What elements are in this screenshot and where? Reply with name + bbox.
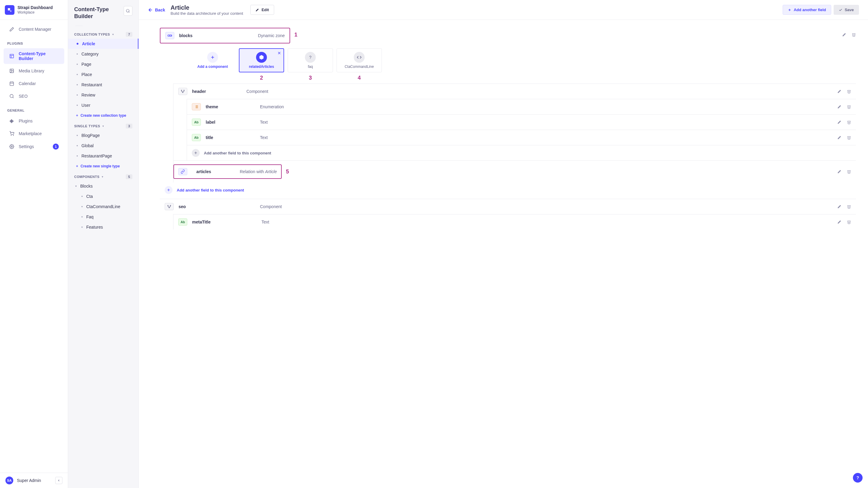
- svg-point-6: [11, 70, 12, 71]
- edit-field-icon[interactable]: [837, 205, 841, 209]
- field-seo[interactable]: seo Component: [160, 199, 856, 214]
- component-card-cta-command-line[interactable]: CtaCommandLine: [337, 48, 382, 72]
- delete-field-icon[interactable]: [847, 89, 851, 93]
- nav-calendar[interactable]: Calendar: [4, 78, 64, 89]
- nav-content-type-builder[interactable]: Content-Type Builder: [4, 48, 64, 64]
- svg-rect-7: [10, 82, 13, 86]
- annotation-4: 4: [337, 75, 382, 81]
- delete-field-icon[interactable]: [847, 120, 851, 124]
- ctb-component-features[interactable]: Features: [68, 222, 138, 232]
- ctb-item-restaurantpage[interactable]: RestaurantPage: [68, 151, 138, 161]
- save-button[interactable]: Save: [834, 5, 859, 15]
- svg-rect-1: [10, 10, 12, 12]
- delete-field-icon[interactable]: [847, 170, 851, 174]
- question-icon: ?: [305, 52, 316, 63]
- nav-content-manager[interactable]: Content Manager: [4, 24, 64, 35]
- annotation-2: 2: [239, 75, 284, 81]
- svg-point-15: [11, 146, 12, 147]
- chevron-down-icon: ▼: [102, 125, 104, 128]
- chevron-down-icon: ▼: [101, 176, 104, 178]
- edit-field-icon[interactable]: [842, 33, 846, 37]
- edit-field-icon[interactable]: [837, 135, 841, 140]
- ctb-single-types-header[interactable]: SINGLE TYPES ▼ 3: [68, 122, 138, 130]
- strapi-logo: [5, 5, 14, 15]
- annotation-5: 5: [286, 169, 289, 175]
- field-title[interactable]: Ab title Text: [187, 130, 856, 145]
- header-nested: theme Enumeration Ab label Text: [187, 99, 856, 160]
- nav-section-plugins: PLUGINS: [0, 36, 68, 47]
- ctb-item-place[interactable]: Place: [68, 69, 138, 80]
- nav-seo[interactable]: SEO: [4, 90, 64, 102]
- ctb-component-cta[interactable]: Cta: [68, 191, 138, 202]
- help-button[interactable]: ?: [853, 473, 863, 483]
- text-icon: Ab: [178, 218, 187, 225]
- edit-field-icon[interactable]: [837, 105, 841, 109]
- brand-title: Strapi Dashboard: [18, 5, 53, 10]
- enum-icon: [192, 103, 201, 111]
- add-field-to-component[interactable]: + Add another field to this component: [160, 182, 856, 197]
- delete-field-icon[interactable]: [847, 220, 851, 224]
- ctb-item-restaurant[interactable]: Restaurant: [68, 80, 138, 90]
- create-single-button[interactable]: +Create new single type: [68, 161, 138, 173]
- field-theme[interactable]: theme Enumeration: [187, 99, 856, 114]
- field-header[interactable]: header Component: [174, 84, 856, 99]
- svg-line-12: [13, 97, 13, 98]
- edit-field-icon[interactable]: [837, 120, 841, 124]
- delete-field-icon[interactable]: [847, 105, 851, 109]
- ctb-component-ctacommandline[interactable]: CtaCommandLine: [68, 202, 138, 212]
- edit-field-icon[interactable]: [837, 170, 841, 174]
- nav-media-library[interactable]: Media Library: [4, 65, 64, 77]
- create-collection-button[interactable]: +Create new collection type: [68, 111, 138, 122]
- nav-plugins[interactable]: Plugins: [4, 115, 64, 127]
- ctb-item-article[interactable]: Article: [68, 39, 138, 49]
- settings-badge: 1: [53, 144, 59, 150]
- nav-marketplace[interactable]: Marketplace: [4, 128, 64, 139]
- component-card-faq[interactable]: ? faq: [288, 48, 333, 72]
- plus-icon: +: [192, 149, 200, 157]
- plus-icon: [207, 52, 218, 63]
- ctb-item-user[interactable]: User: [68, 100, 138, 111]
- relation-icon: [178, 168, 187, 175]
- delete-field-icon[interactable]: [847, 135, 851, 140]
- ctb-component-faq[interactable]: Faq: [68, 212, 138, 222]
- field-articles[interactable]: articles Relation with Article: [174, 164, 282, 179]
- svg-point-13: [11, 135, 11, 135]
- ctb-group-blocks[interactable]: ▼ Blocks: [68, 181, 138, 191]
- field-label[interactable]: Ab label Text: [187, 114, 856, 130]
- edit-field-icon[interactable]: [837, 89, 841, 93]
- svg-point-22: [169, 35, 171, 36]
- ctb-item-category[interactable]: Category: [68, 49, 138, 59]
- avatar[interactable]: SA: [5, 477, 13, 484]
- add-another-field-button[interactable]: Add another field: [783, 5, 831, 15]
- sidebar-footer: SA Super Admin: [0, 472, 68, 488]
- sidebar-header: Strapi Dashboard Workplace: [0, 0, 68, 20]
- svg-rect-0: [8, 8, 10, 10]
- ctb-sidebar: Content-Type Builder COLLECTION TYPES ▼ …: [68, 0, 139, 488]
- field-metatitle[interactable]: Ab metaTitle Text: [174, 214, 856, 230]
- add-field-to-header[interactable]: + Add another field to this component: [187, 145, 856, 160]
- svg-point-16: [126, 9, 129, 12]
- component-icon: [165, 203, 174, 210]
- back-button[interactable]: Back: [148, 7, 165, 13]
- delete-field-icon[interactable]: [847, 205, 851, 209]
- ctb-collection-types-header[interactable]: COLLECTION TYPES ▼ 7: [68, 30, 138, 39]
- ctb-item-blogpage[interactable]: BlogPage: [68, 130, 138, 141]
- delete-field-icon[interactable]: [852, 33, 856, 37]
- ctb-components-header[interactable]: COMPONENTS ▼ 5: [68, 173, 138, 181]
- cube-icon: [256, 52, 267, 63]
- ctb-search-button[interactable]: [124, 6, 132, 16]
- ctb-item-global[interactable]: Global: [68, 141, 138, 151]
- edit-field-icon[interactable]: [837, 220, 841, 224]
- ctb-item-page[interactable]: Page: [68, 59, 138, 69]
- nav-settings[interactable]: Settings 1: [4, 141, 64, 153]
- ctb-item-review[interactable]: Review: [68, 90, 138, 100]
- collapse-sidebar-button[interactable]: [55, 477, 62, 484]
- edit-button[interactable]: Edit: [250, 5, 274, 15]
- component-card-related-articles[interactable]: ✕ relatedArticles: [239, 48, 284, 72]
- close-icon[interactable]: ✕: [277, 51, 281, 56]
- field-blocks[interactable]: blocks Dynamic zone: [160, 28, 290, 43]
- add-component-card[interactable]: Add a component: [190, 48, 235, 72]
- svg-point-26: [184, 90, 184, 90]
- annotation-1: 1: [294, 32, 298, 38]
- single-count: 3: [126, 124, 132, 128]
